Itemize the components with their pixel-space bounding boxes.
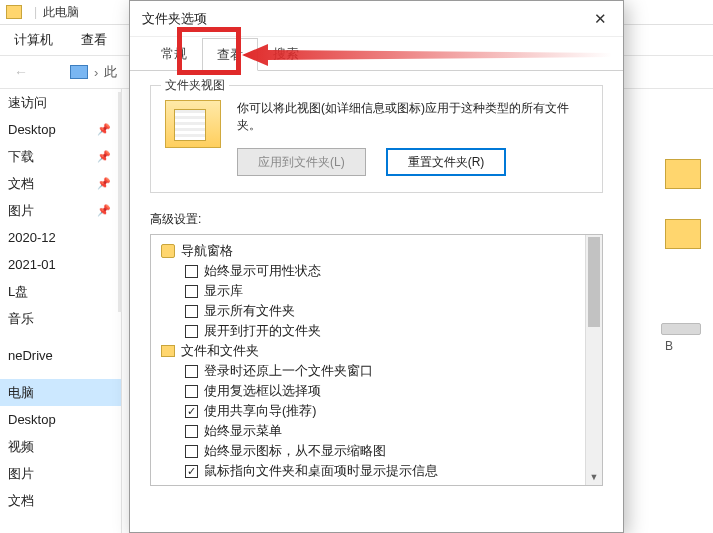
reset-folders-button[interactable]: 重置文件夹(R) [386,148,507,176]
scroll-down-icon[interactable]: ▼ [586,468,602,485]
sidebar-item-label: 2021-01 [8,257,56,272]
tree-item-label: 使用复选框以选择项 [204,381,321,401]
folder-thumb[interactable] [665,159,701,195]
sidebar-item[interactable]: 文档 [0,487,121,514]
sidebar-item[interactable]: Desktop [0,406,121,433]
sidebar-item[interactable]: neDrive [0,342,121,369]
scroll-thumb[interactable] [588,237,600,327]
checkbox[interactable] [185,425,198,438]
tree-item-label: 显示库 [204,281,243,301]
tree-item-label: 展开到打开的文件夹 [204,321,321,341]
advanced-settings-tree[interactable]: 导航窗格始终显示可用性状态显示库显示所有文件夹展开到打开的文件夹文件和文件夹登录… [150,234,603,486]
sidebar-item[interactable]: 2021-01 [0,251,121,278]
tree-item-label: 显示所有文件夹 [204,301,295,321]
sidebar-item[interactable]: 视频 [0,433,121,460]
checkbox[interactable] [185,465,198,478]
tree-item[interactable]: 显示库 [157,281,596,301]
menu-view[interactable]: 查看 [81,31,107,49]
checkbox[interactable] [185,265,198,278]
tree-item[interactable]: 登录时还原上一个文件夹窗口 [157,361,596,381]
sidebar-item[interactable]: 图片📌 [0,197,121,224]
checkbox[interactable] [185,445,198,458]
drive-letter: B [665,339,673,353]
tree-item-label: 始终显示菜单 [204,421,282,441]
drive-icon[interactable] [661,323,701,335]
group-description: 你可以将此视图(如详细信息或图标)应用于这种类型的所有文件夹。 [237,100,588,134]
checkbox[interactable] [185,365,198,378]
sidebar-item[interactable]: 速访问 [0,89,121,116]
checkbox[interactable] [185,405,198,418]
tree-item-label: 使用共享向导(推荐) [204,401,316,421]
sidebar-item-label: 视频 [8,438,34,456]
pin-icon: 📌 [97,150,111,163]
explorer-sidebar: 速访问Desktop📌下载📌文档📌图片📌2020-122021-01L盘音乐ne… [0,89,122,533]
nav-pane-icon [161,244,175,258]
sidebar-item-label: 文档 [8,492,34,510]
dialog-title: 文件夹选项 [130,1,623,37]
pin-icon: 📌 [97,123,111,136]
sidebar-item-label: 下载 [8,148,34,166]
sidebar-item-label: L盘 [8,283,28,301]
checkbox[interactable] [185,385,198,398]
tree-item-label: 登录时还原上一个文件夹窗口 [204,361,373,381]
tree-item[interactable]: 展开到打开的文件夹 [157,321,596,341]
sidebar-item-label: 2020-12 [8,230,56,245]
sidebar-item[interactable]: 音乐 [0,305,121,332]
sidebar-item[interactable]: 下载📌 [0,143,121,170]
folder-icon [161,345,175,357]
folder-view-group: 文件夹视图 你可以将此视图(如详细信息或图标)应用于这种类型的所有文件夹。 应用… [150,85,603,193]
advanced-settings-label: 高级设置: [150,211,603,228]
tree-scrollbar[interactable]: ▲ ▼ [585,235,602,485]
sidebar-item-label: 图片 [8,465,34,483]
tree-heading-label: 文件和文件夹 [181,341,259,361]
folder-thumb[interactable] [665,219,701,255]
sidebar-item[interactable]: 文档📌 [0,170,121,197]
sidebar-item-label: neDrive [8,348,53,363]
folder-preview-icon [165,100,221,148]
menu-computer[interactable]: 计算机 [14,31,53,49]
sidebar-item[interactable]: 图片 [0,460,121,487]
nav-back-icon[interactable]: ← [14,64,28,80]
tree-item[interactable]: 始终显示图标，从不显示缩略图 [157,441,596,461]
tree-heading-label: 导航窗格 [181,241,233,261]
sidebar-item-label: Desktop [8,412,56,427]
sidebar-item-label: Desktop [8,122,56,137]
tree-item[interactable]: 鼠标指向文件夹和桌面项时显示提示信息 [157,461,596,481]
sidebar-item[interactable]: L盘 [0,278,121,305]
dialog-tabs: 常规 查看 搜索 [130,37,623,71]
breadcrumb[interactable]: 此 [104,63,117,81]
tree-heading: 文件和文件夹 [157,341,596,361]
pin-icon: 📌 [97,177,111,190]
folder-icon [6,5,22,19]
tree-item[interactable]: 显示所有文件夹 [157,301,596,321]
sidebar-item-label: 电脑 [8,384,34,402]
sidebar-item-label: 文档 [8,175,34,193]
sidebar-item-label: 图片 [8,202,34,220]
sidebar-item[interactable]: Desktop📌 [0,116,121,143]
checkbox[interactable] [185,285,198,298]
tree-item[interactable]: 始终显示菜单 [157,421,596,441]
tree-item-label: 鼠标指向文件夹和桌面项时显示提示信息 [204,461,438,481]
tab-general[interactable]: 常规 [146,37,202,70]
checkbox[interactable] [185,305,198,318]
tree-item-label: 始终显示可用性状态 [204,261,321,281]
pin-icon: 📌 [97,204,111,217]
group-legend: 文件夹视图 [161,77,229,94]
window-title: 此电脑 [43,4,79,21]
tree-item-label: 始终显示图标，从不显示缩略图 [204,441,386,461]
tab-search[interactable]: 搜索 [258,37,314,70]
tree-heading: 导航窗格 [157,241,596,261]
tree-item[interactable]: 始终显示可用性状态 [157,261,596,281]
tab-view[interactable]: 查看 [202,38,258,71]
dialog-body: 文件夹视图 你可以将此视图(如详细信息或图标)应用于这种类型的所有文件夹。 应用… [130,71,623,532]
close-button[interactable]: ✕ [583,5,617,33]
sidebar-item-label: 音乐 [8,310,34,328]
folder-options-dialog: 文件夹选项 ✕ 常规 查看 搜索 文件夹视图 你可以将此视图(如详细信息或图标)… [129,0,624,533]
tree-item[interactable]: 使用共享向导(推荐) [157,401,596,421]
tree-item[interactable]: 使用复选框以选择项 [157,381,596,401]
checkbox[interactable] [185,325,198,338]
sidebar-item[interactable]: 电脑 [0,379,121,406]
sidebar-item[interactable]: 2020-12 [0,224,121,251]
this-pc-icon [70,65,88,79]
apply-to-folders-button: 应用到文件夹(L) [237,148,366,176]
